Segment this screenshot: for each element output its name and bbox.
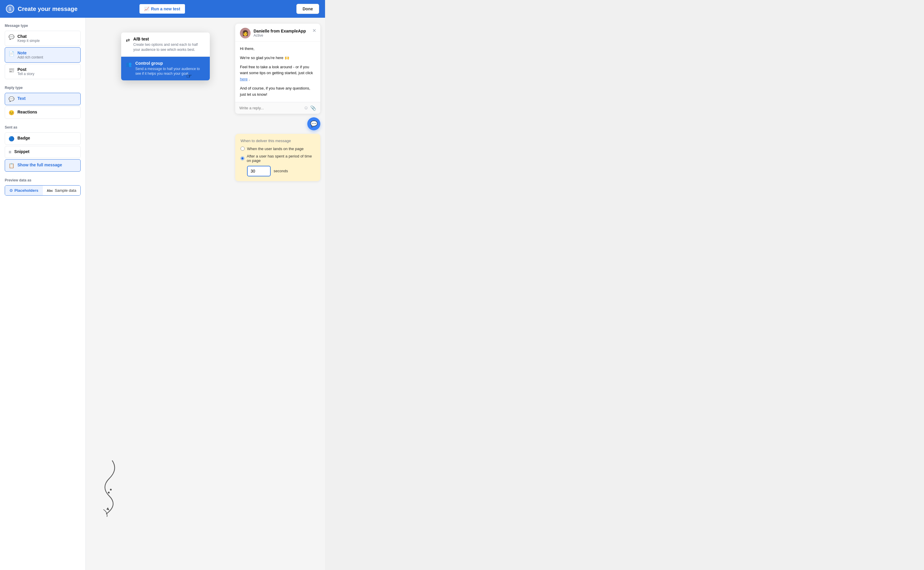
message-type-label: Message type	[5, 24, 81, 28]
note-title: Note	[17, 51, 43, 55]
message-header: 👩 Danielle from ExampleApp Active ✕	[235, 24, 320, 42]
step-badge: 1	[6, 5, 14, 13]
seconds-label: seconds	[274, 169, 288, 173]
text-reply-title: Text	[17, 96, 26, 101]
seconds-input[interactable]	[247, 166, 271, 176]
done-button[interactable]: Done	[296, 4, 319, 14]
sent-as-badge[interactable]: 🔵 Badge	[5, 132, 81, 145]
message-line2: Feel free to take a look around - or if …	[240, 64, 316, 83]
post-icon: 📰	[9, 67, 14, 73]
control-group-title: Control group	[135, 61, 205, 66]
reactions-icon: 😊	[9, 110, 14, 115]
ab-test-desc: Create two options and send each to half…	[133, 42, 205, 52]
placeholders-button[interactable]: ⊙ Placeholders	[5, 185, 43, 195]
sender-status: Active	[254, 34, 306, 38]
message-type-group: 💬 Chat Keep it simple 📄 Note Add rich co…	[5, 31, 81, 79]
app-header: 1 Create your message 📈 Run a new test D…	[0, 0, 325, 18]
sent-as-full[interactable]: 📋 Show the full message	[5, 159, 81, 172]
text-reply-icon: 💬	[9, 97, 14, 102]
post-title: Post	[17, 67, 34, 72]
delivery-on-page-load-radio[interactable]	[241, 147, 245, 151]
reply-type-group: 💬 Text 😊 Reactions	[5, 93, 81, 119]
sent-as-snippet[interactable]: ≡ Snippet	[5, 146, 81, 158]
ab-test-title: A/B test	[133, 37, 205, 41]
control-group-desc: Send a message to half your audience to …	[135, 66, 205, 77]
preview-data-group: ⊙ Placeholders Abc Sample data	[5, 185, 81, 196]
delivery-on-page-load-label: When the user lands on the page	[247, 147, 304, 151]
placeholders-label: Placeholders	[14, 188, 38, 193]
delivery-on-page-load[interactable]: When the user lands on the page	[241, 147, 315, 151]
delivery-after-time-label: After a user has spent a period of time …	[247, 154, 315, 163]
sample-data-button[interactable]: Abc Sample data	[43, 185, 81, 195]
note-subtitle: Add rich content	[17, 55, 43, 60]
snippet-title: Snippet	[14, 149, 29, 154]
header-center: 📈 Run a new test	[139, 3, 185, 14]
preview-data-label: Preview data as	[5, 178, 81, 182]
left-panel: Message type 💬 Chat Keep it simple 📄 Not…	[0, 18, 86, 570]
chat-bubble-button[interactable]: 💬	[307, 117, 320, 130]
message-line3: And of course, if you have any questions…	[240, 86, 316, 98]
center-area: ⇄ A/B test Create two options and send e…	[86, 18, 230, 570]
sample-data-icon: Abc	[47, 189, 53, 192]
delivery-panel: When to deliver this message When the us…	[235, 134, 320, 181]
svg-point-0	[110, 489, 112, 490]
reply-input[interactable]	[239, 106, 301, 110]
avatar: 👩	[240, 28, 251, 38]
attachment-icon[interactable]: 📎	[310, 105, 316, 111]
main-layout: Message type 💬 Chat Keep it simple 📄 Not…	[0, 18, 325, 570]
sample-data-label: Sample data	[55, 188, 76, 193]
page-title: Create your message	[18, 6, 77, 12]
badge-title: Badge	[17, 136, 30, 140]
message-type-post[interactable]: 📰 Post Tell a story	[5, 64, 81, 79]
note-icon: 📄	[9, 51, 14, 57]
emoji-icon[interactable]: ☺	[304, 105, 308, 111]
sent-as-label: Sent as	[5, 125, 81, 129]
right-panel: 👩 Danielle from ExampleApp Active ✕ Hi t…	[230, 18, 325, 570]
message-line1: We're so glad you're here 🙌	[240, 55, 316, 61]
message-link[interactable]: here	[240, 77, 248, 81]
ab-test-icon: ⇄	[126, 37, 130, 43]
chat-bubble-icon: 💬	[310, 120, 318, 127]
run-new-test-button[interactable]: 📈 Run a new test	[139, 3, 185, 14]
snippet-icon: ≡	[9, 150, 11, 155]
decorative-squiggle	[95, 458, 124, 517]
sender-name: Danielle from ExampleApp	[254, 29, 306, 34]
header-left: 1 Create your message	[6, 5, 77, 13]
trend-icon: 📈	[144, 6, 149, 11]
badge-icon: 🔵	[9, 136, 14, 141]
reply-type-label: Reply type	[5, 86, 81, 90]
message-preview-card: 👩 Danielle from ExampleApp Active ✕ Hi t…	[235, 24, 320, 114]
message-greeting: Hi there,	[240, 46, 316, 52]
reply-area: ☺ 📎	[235, 102, 320, 114]
reply-type-reactions[interactable]: 😊 Reactions	[5, 106, 81, 119]
message-body: Hi there, We're so glad you're here 🙌 Fe…	[235, 42, 320, 102]
chat-title: Chat	[17, 34, 40, 39]
delivery-after-time-radio[interactable]	[241, 156, 244, 161]
placeholders-icon: ⊙	[9, 188, 13, 193]
reply-type-text[interactable]: 💬 Text	[5, 93, 81, 105]
chat-subtitle: Keep it simple	[17, 39, 40, 43]
dropdown-menu: ⇄ A/B test Create two options and send e…	[121, 32, 210, 80]
dropdown-ab-test[interactable]: ⇄ A/B test Create two options and send e…	[121, 32, 210, 57]
sent-as-group: 🔵 Badge ≡ Snippet 📋 Show the full messag…	[5, 132, 81, 172]
control-group-icon: 👥	[126, 61, 132, 67]
post-subtitle: Tell a story	[17, 72, 34, 76]
reply-icons: ☺ 📎	[304, 105, 316, 111]
delivery-after-time[interactable]: After a user has spent a period of time …	[241, 154, 315, 163]
chat-icon: 💬	[9, 34, 14, 40]
dropdown-control-group[interactable]: 👥 Control group Send a message to half y…	[121, 57, 210, 81]
message-type-chat[interactable]: 💬 Chat Keep it simple	[5, 31, 81, 46]
reactions-title: Reactions	[17, 110, 37, 114]
message-type-note[interactable]: 📄 Note Add rich content	[5, 47, 81, 63]
svg-point-1	[108, 492, 110, 493]
delivery-title: When to deliver this message	[241, 139, 315, 143]
time-input-row: seconds	[241, 166, 315, 176]
full-message-title: Show the full message	[17, 162, 62, 167]
close-button[interactable]: ✕	[312, 28, 316, 34]
full-message-icon: 📋	[9, 163, 14, 169]
